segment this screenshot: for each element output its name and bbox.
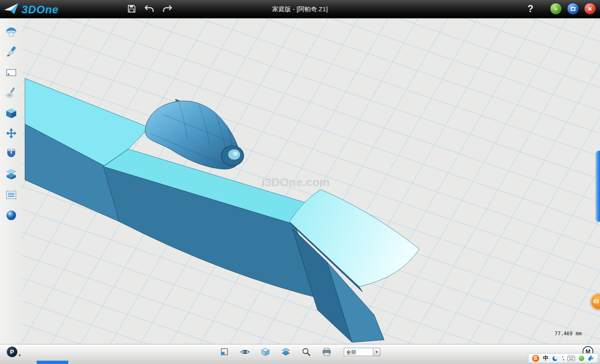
list-icon — [5, 196, 18, 202]
assembly-button[interactable] — [5, 168, 18, 181]
ime-bar: S 中 ’, — [528, 353, 598, 363]
display-style-button[interactable] — [5, 25, 18, 38]
ime-skin-icon[interactable] — [579, 356, 584, 361]
print-button[interactable] — [322, 347, 332, 357]
stacked-slabs-icon — [5, 176, 18, 182]
plane-mode-group: P ▾ — [7, 347, 21, 357]
display-filter-value: 全部 — [344, 348, 373, 356]
undo-button[interactable] — [144, 4, 155, 15]
ime-punctuation-toggle[interactable]: ’, — [562, 356, 564, 361]
material-button[interactable] — [5, 209, 18, 222]
window-controls: − × — [550, 3, 596, 15]
primitive-button[interactable] — [5, 107, 18, 120]
magnet-icon — [5, 155, 18, 162]
cube-icon — [5, 115, 18, 121]
datum-plane-icon — [220, 352, 230, 358]
logo-plane-icon — [3, 2, 20, 17]
magnet-button[interactable] — [5, 147, 18, 161]
save-icon — [127, 4, 136, 15]
minimize-button[interactable]: − — [550, 3, 562, 15]
list-button[interactable] — [5, 188, 18, 202]
window-title: 家庭版 - [阿帕奇.Z1] — [272, 5, 328, 13]
datum-plane-button[interactable] — [220, 347, 230, 357]
display-filter-select[interactable]: 全部 ▼ — [344, 348, 380, 356]
bottom-toolbar: P ▾ — [0, 344, 600, 364]
redo-icon — [162, 4, 173, 15]
sogou-logo-icon[interactable]: S — [532, 355, 539, 362]
trim-button[interactable] — [5, 86, 18, 100]
ime-moon-icon[interactable] — [552, 355, 558, 362]
ime-language-toggle[interactable]: 中 — [543, 354, 548, 362]
ime-keyboard-icon[interactable] — [568, 356, 575, 361]
app-logo: 3DOne — [3, 2, 59, 17]
measurement-readout: 77.469 mm — [555, 331, 582, 337]
zoom-button[interactable] — [301, 347, 311, 357]
undo-icon — [144, 4, 155, 15]
taskbar-fragment[interactable] — [37, 361, 68, 364]
left-toolbar — [0, 18, 22, 344]
printer-icon — [322, 352, 332, 358]
plane-mode-caret-icon[interactable]: ▾ — [19, 353, 21, 357]
move-arrows-icon — [5, 135, 18, 141]
app-title-text: 3DOne — [22, 3, 59, 16]
wireframe-button[interactable] — [260, 347, 270, 357]
move-button[interactable] — [5, 127, 18, 140]
watermark-text: i3DOne.com — [262, 176, 330, 189]
paint-button[interactable] — [5, 45, 18, 59]
ime-toolbox-icon[interactable] — [588, 355, 594, 361]
viewport-3d[interactable]: i3DOne.com — [0, 18, 600, 344]
file-tools — [127, 0, 173, 18]
restore-button[interactable] — [567, 3, 579, 15]
view-tools: 全部 ▼ — [220, 347, 380, 357]
layers-button[interactable] — [281, 347, 291, 357]
display-style-icon — [5, 33, 18, 39]
trim-tool-icon — [5, 94, 18, 100]
paint-brush-icon — [5, 53, 18, 60]
combo-dropdown-icon[interactable]: ▼ — [373, 348, 380, 356]
sketch-button[interactable] — [5, 66, 18, 79]
titlebar: 3DOne — [0, 0, 600, 18]
side-panel-tab[interactable] — [596, 151, 600, 222]
magnifier-icon — [301, 352, 311, 358]
plane-mode-button[interactable]: P — [7, 347, 18, 357]
wireframe-cube-icon — [260, 352, 270, 358]
layers-icon — [281, 352, 291, 358]
workspace: i3DOne.com — [0, 18, 600, 344]
sketch-plane-icon — [5, 74, 18, 80]
save-button[interactable] — [127, 4, 136, 15]
eye-icon — [240, 352, 250, 358]
restore-icon — [571, 7, 575, 11]
sphere-icon — [5, 217, 18, 223]
help-button[interactable]: ? — [528, 3, 533, 15]
redo-button[interactable] — [162, 4, 173, 15]
close-button[interactable]: × — [584, 3, 596, 15]
skin-dot-icon — [579, 356, 584, 361]
visibility-button[interactable] — [240, 347, 250, 357]
